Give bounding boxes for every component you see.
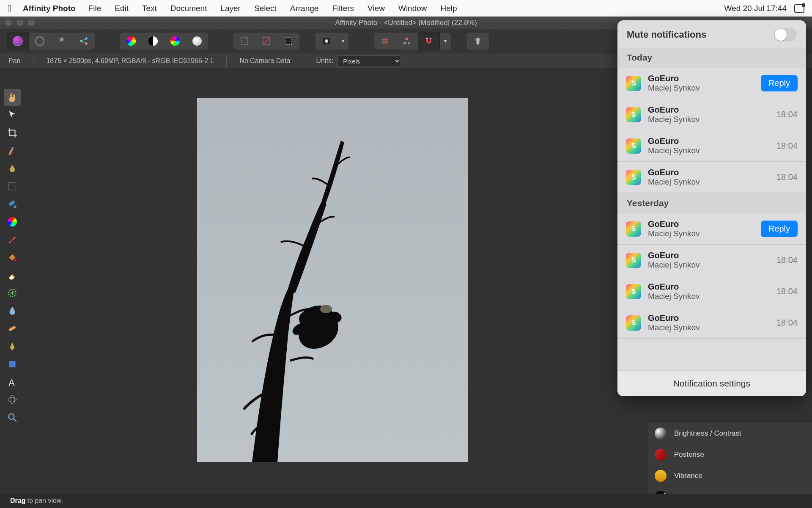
mute-toggle[interactable] xyxy=(774,28,797,41)
svg-rect-14 xyxy=(430,38,431,39)
snap-dropdown-icon[interactable]: ▾ xyxy=(440,33,451,50)
notification-item[interactable]: S GoEuroMaciej Synkov 18:04 xyxy=(617,245,806,276)
slack-icon: S xyxy=(626,107,641,122)
notifications-list[interactable]: Today S GoEuroMaciej Synkov Reply S GoEu… xyxy=(617,47,806,370)
snap-grid-icon[interactable] xyxy=(374,33,396,50)
active-tool-label: Pan xyxy=(8,57,20,65)
snap-force-icon[interactable] xyxy=(396,33,418,50)
notification-time: 18:04 xyxy=(776,110,798,119)
apple-menu-icon[interactable]:  xyxy=(8,3,11,14)
notification-time: 18:04 xyxy=(776,318,798,328)
svg-point-9 xyxy=(325,39,328,43)
tool-crop-icon[interactable] xyxy=(4,124,21,141)
notification-settings-link[interactable]: Notification settings xyxy=(617,370,806,396)
svg-rect-10 xyxy=(406,38,408,40)
status-hint-text: to pan view. xyxy=(27,497,63,505)
color-wheel-icon[interactable] xyxy=(120,33,142,50)
notification-time: 18:04 xyxy=(776,141,798,151)
menu-help[interactable]: Help xyxy=(441,4,457,13)
menu-filters[interactable]: Filters xyxy=(332,4,354,13)
slack-icon: S xyxy=(626,253,641,268)
tool-pen-icon[interactable] xyxy=(4,338,21,355)
svg-rect-17 xyxy=(11,147,14,151)
window-title: Affinity Photo - <Untitled> [Modified] (… xyxy=(335,19,477,27)
adjustment-brightness[interactable]: Brightness / Contrast xyxy=(648,423,812,444)
tool-fill-icon[interactable] xyxy=(4,249,21,266)
hue-icon[interactable] xyxy=(164,33,186,50)
tool-eraser-icon[interactable] xyxy=(4,267,21,284)
svg-rect-30 xyxy=(197,98,468,462)
units-select[interactable]: Pixels xyxy=(337,55,401,66)
menubar-clock[interactable]: Wed 20 Jul 17:44 xyxy=(724,4,787,13)
tool-marquee-icon[interactable] xyxy=(4,178,21,195)
tool-brush-icon[interactable] xyxy=(4,231,21,248)
notification-center: Mute notifications Today S GoEuroMaciej … xyxy=(617,20,806,396)
menu-edit[interactable]: Edit xyxy=(115,4,129,13)
svg-point-0 xyxy=(80,40,82,42)
snap-magnet-icon[interactable] xyxy=(418,33,440,50)
notification-item[interactable]: S GoEuroMaciej Synkov 18:04 xyxy=(617,99,806,130)
selection-marquee-icon[interactable] xyxy=(233,33,255,50)
notification-time: 18:04 xyxy=(776,255,798,265)
persona-photo-icon[interactable] xyxy=(7,33,29,50)
tool-mesh-icon[interactable] xyxy=(4,391,21,408)
grayscale-icon[interactable] xyxy=(142,33,164,50)
adjustment-vibrance[interactable]: Vibrance xyxy=(648,465,812,486)
menu-select[interactable]: Select xyxy=(254,4,277,13)
tool-shape-icon[interactable] xyxy=(4,356,21,373)
slack-icon: S xyxy=(626,76,641,91)
tool-text-icon[interactable]: A xyxy=(4,373,21,390)
trash-icon[interactable] xyxy=(467,33,489,50)
svg-point-27 xyxy=(8,414,14,419)
window-traffic-lights[interactable] xyxy=(5,19,35,26)
tool-blur-icon[interactable] xyxy=(4,302,21,319)
tool-zoom-icon[interactable] xyxy=(4,409,21,426)
notification-item[interactable]: S GoEuroMaciej Synkov 18:04 xyxy=(617,276,806,307)
menu-file[interactable]: File xyxy=(88,4,102,13)
status-bar: Drag to pan view. xyxy=(0,494,812,508)
document-canvas[interactable] xyxy=(197,98,468,462)
tool-flood-icon[interactable] xyxy=(4,196,21,213)
notification-center-icon[interactable] xyxy=(794,4,804,13)
svg-text:A: A xyxy=(8,377,15,387)
document-info: 1875 × 2500px, 4.69MP, RGBA/8 - sRGB IEC… xyxy=(46,57,214,65)
quickmask-dropdown-icon[interactable]: ▾ xyxy=(337,33,348,50)
soft-proof-icon[interactable] xyxy=(186,33,208,50)
svg-line-5 xyxy=(263,38,270,44)
notification-item[interactable]: S GoEuroMaciej Synkov 18:04 xyxy=(617,307,806,339)
left-toolbox: A xyxy=(0,86,25,494)
tool-move-icon[interactable] xyxy=(4,107,21,124)
tool-hand-icon[interactable] xyxy=(4,89,21,106)
selection-slash-icon[interactable] xyxy=(255,33,277,50)
slack-icon: S xyxy=(626,315,641,331)
tool-colorpicker-icon[interactable] xyxy=(4,213,21,230)
tool-patch-icon[interactable] xyxy=(4,320,21,337)
menu-window[interactable]: Window xyxy=(398,4,427,13)
menu-text[interactable]: Text xyxy=(142,4,157,13)
tool-paint-icon[interactable] xyxy=(4,142,21,159)
svg-rect-12 xyxy=(408,42,410,44)
reply-button[interactable]: Reply xyxy=(761,75,798,91)
persona-liquify-icon[interactable] xyxy=(29,33,51,50)
adjustment-posterise[interactable]: Posterise xyxy=(648,444,812,465)
quickmask-icon[interactable] xyxy=(315,33,337,50)
notification-item[interactable]: S GoEuroMaciej Synkov Reply xyxy=(617,213,806,245)
persona-develop-icon[interactable] xyxy=(51,33,73,50)
menu-layer[interactable]: Layer xyxy=(220,4,241,13)
tool-clone-icon[interactable] xyxy=(4,160,21,177)
persona-export-icon[interactable] xyxy=(73,33,95,50)
notification-item[interactable]: S GoEuroMaciej Synkov 18:04 xyxy=(617,162,806,193)
app-name[interactable]: Affinity Photo xyxy=(23,4,76,13)
svg-point-26 xyxy=(10,395,15,404)
tool-healing-icon[interactable] xyxy=(4,284,21,301)
notification-item[interactable]: S GoEuroMaciej Synkov Reply xyxy=(617,68,806,99)
svg-line-28 xyxy=(14,419,16,422)
menu-arrange[interactable]: Arrange xyxy=(290,4,319,13)
menu-view[interactable]: View xyxy=(368,4,385,13)
svg-point-31 xyxy=(320,305,332,313)
selection-refine-icon[interactable] xyxy=(277,33,299,50)
notification-item[interactable]: S GoEuroMaciej Synkov 18:04 xyxy=(617,130,806,162)
section-yesterday: Yesterday xyxy=(617,193,806,213)
reply-button[interactable]: Reply xyxy=(761,221,798,237)
menu-document[interactable]: Document xyxy=(170,4,207,13)
